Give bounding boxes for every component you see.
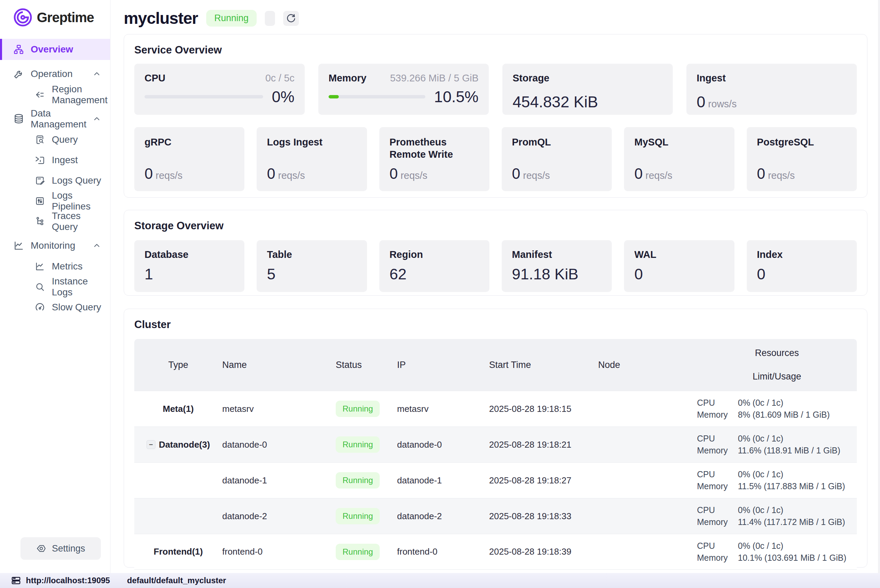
memory-res-label: Memory xyxy=(697,446,738,456)
sidebar-group-label: Monitoring xyxy=(31,240,75,251)
ingest-icon xyxy=(34,154,46,166)
database-card: Database 1 xyxy=(134,240,244,292)
page-header: mycluster Running xyxy=(124,9,299,28)
table-row: datanode-2 Running datanode-2 2025-08-28… xyxy=(134,498,857,534)
storage-value: 454.832 KiB xyxy=(513,93,662,111)
settings-button[interactable]: Settings xyxy=(21,537,101,560)
postgresql-label: PostgreSQL xyxy=(757,136,847,148)
memory-label: Memory xyxy=(329,73,366,84)
service-overview-panel: Service Overview CPU 0c / 5c 0% Memory xyxy=(124,34,867,198)
chevron-up-icon xyxy=(92,69,101,78)
status-badge: Running xyxy=(336,544,380,560)
row-start-time: 2025-08-28 19:18:15 xyxy=(487,404,595,414)
ingest-label: Ingest xyxy=(697,73,725,84)
sidebar-group-data-management[interactable]: Data Management xyxy=(0,108,110,129)
sidebar-item-slow-query[interactable]: Slow Query xyxy=(0,297,110,318)
col-limit-usage-label: Limit/Usage xyxy=(697,371,857,382)
sidebar-group-operation[interactable]: Operation xyxy=(0,63,110,84)
cpu-res-value: 0% (0c / 1c) xyxy=(738,505,857,515)
index-card: Index 0 xyxy=(747,240,857,292)
scrollbar[interactable] xyxy=(878,0,880,573)
memory-res-label: Memory xyxy=(697,482,738,491)
memory-res-value: 8% (81.609 MiB / 1 GiB) xyxy=(738,410,857,420)
col-name: Name xyxy=(219,360,333,370)
postgresql-unit: reqs/s xyxy=(768,170,795,181)
chevron-up-icon xyxy=(92,241,101,250)
row-start-time: 2025-08-28 19:18:39 xyxy=(487,546,595,557)
brand-logo: Greptime xyxy=(0,0,110,33)
memory-res-value: 10.1% (103.691 MiB / 1 GiB) xyxy=(738,553,857,563)
service-cards-row: CPU 0c / 5c 0% Memory 539.266 MiB / 5 Gi… xyxy=(134,64,857,115)
cpu-res-value: 0% (0c / 1c) xyxy=(738,398,857,408)
row-ip: metasrv xyxy=(394,404,487,414)
greptime-logo-icon xyxy=(13,8,33,27)
sidebar-item-label: Logs Pipelines xyxy=(52,190,101,212)
instance-logs-icon xyxy=(34,281,46,292)
table-header-row: Type Name Status IP Start Time Node Reso… xyxy=(134,339,857,391)
grpc-unit: reqs/s xyxy=(155,170,182,181)
manifest-value: 91.18 KiB xyxy=(512,266,602,283)
empty-icon-button[interactable] xyxy=(265,11,275,26)
sidebar-item-region-management[interactable]: Region Management xyxy=(0,84,110,105)
col-resources-label: Resources xyxy=(697,348,857,358)
sidebar-item-ingest[interactable]: Ingest xyxy=(0,150,110,170)
status-badge: Running xyxy=(336,400,380,417)
sidebar-item-label: Ingest xyxy=(52,154,78,166)
mysql-unit: reqs/s xyxy=(646,170,673,181)
cluster-status-badge: Running xyxy=(206,10,257,27)
row-type: Frontend(1) xyxy=(134,546,219,557)
cpu-res-value: 0% (0c / 1c) xyxy=(738,541,857,551)
row-type: Datanode(3) xyxy=(159,440,210,450)
ingest-value: 0rows/s xyxy=(697,93,847,111)
ingest-unit: rows/s xyxy=(708,99,737,110)
sidebar-item-label: Instance Logs xyxy=(52,276,101,298)
rate-cards-row: gRPC 0reqs/s Logs Ingest 0reqs/s Prometh… xyxy=(134,127,857,191)
row-name: datanode-0 xyxy=(219,440,333,450)
row-resources: CPU0% (0c / 1c) Memory11.6% (118.91 MiB … xyxy=(694,434,857,456)
row-resources: CPU0% (0c / 1c) Memory10.1% (103.691 MiB… xyxy=(694,541,857,563)
logs-ingest-card: Logs Ingest 0reqs/s xyxy=(257,127,367,191)
sidebar-group-monitoring[interactable]: Monitoring xyxy=(0,235,110,256)
grpc-card: gRPC 0reqs/s xyxy=(134,127,244,191)
sidebar-item-label: Logs Query xyxy=(52,175,101,186)
region-card: Region 62 xyxy=(379,240,490,292)
monitoring-icon xyxy=(13,240,24,251)
collapse-datanode-button[interactable]: − xyxy=(147,440,155,449)
prometheus-remote-write-label: Prometheus Remote Write xyxy=(390,136,479,161)
promql-value: 0 xyxy=(512,165,520,182)
row-start-time: 2025-08-28 19:18:33 xyxy=(487,511,595,522)
cpu-detail: 0c / 5c xyxy=(266,73,294,84)
manifest-label: Manifest xyxy=(512,249,602,260)
row-resources: CPU0% (0c / 1c) Memory8% (81.609 MiB / 1… xyxy=(694,398,857,420)
promql-label: PromQL xyxy=(512,136,602,148)
sidebar-nav: Overview Operation Region Management xyxy=(0,33,110,318)
prometheus-remote-write-value: 0 xyxy=(390,165,398,182)
sidebar-item-logs-query[interactable]: Logs Query xyxy=(0,170,110,191)
mysql-card: MySQL 0reqs/s xyxy=(624,127,734,191)
sidebar-item-instance-logs[interactable]: Instance Logs xyxy=(0,277,110,297)
wal-card: WAL 0 xyxy=(624,240,734,292)
sidebar-item-metrics[interactable]: Metrics xyxy=(0,256,110,277)
sidebar-item-traces-query[interactable]: Traces Query xyxy=(0,211,110,232)
current-database: default/default_mycluster xyxy=(127,576,226,585)
sidebar-item-overview[interactable]: Overview xyxy=(0,39,110,60)
sidebar-item-query[interactable]: Query xyxy=(0,129,110,150)
region-management-icon xyxy=(34,89,46,100)
cluster-panel: Cluster Type Name Status IP Start Time N… xyxy=(124,309,867,567)
overview-icon xyxy=(13,44,24,55)
sidebar-item-logs-pipelines[interactable]: Logs Pipelines xyxy=(0,191,110,211)
memory-res-label: Memory xyxy=(697,410,738,420)
row-name: frontend-0 xyxy=(219,546,333,557)
table-row: − Datanode(3) datanode-0 Running datanod… xyxy=(134,426,857,462)
col-resources: Resources Limit/Usage xyxy=(694,348,857,382)
memory-res-value: 11.6% (118.91 MiB / 1 GiB) xyxy=(738,446,857,456)
sidebar-item-label: Overview xyxy=(31,44,73,55)
prometheus-remote-write-unit: reqs/s xyxy=(401,170,427,181)
query-icon xyxy=(34,134,46,146)
wal-value: 0 xyxy=(634,266,724,283)
refresh-button[interactable] xyxy=(283,11,299,26)
row-ip: datanode-0 xyxy=(394,440,487,450)
row-ip: datanode-1 xyxy=(394,475,487,486)
cpu-res-value: 0% (0c / 1c) xyxy=(738,470,857,479)
chevron-up-icon xyxy=(92,114,101,123)
